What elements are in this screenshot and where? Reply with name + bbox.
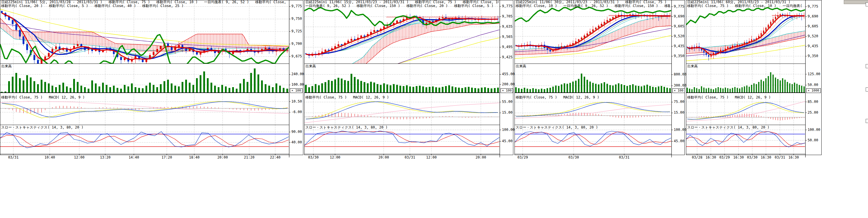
price-axis-label: 9,775 [674, 5, 684, 8]
macd-pane-title: 移動平均( Close, 75 ) MACD( 12, 26, 9 ) [687, 96, 771, 99]
stoch-pane-title: スロー・ストキャスティクス( 14, 3, 80, 20 ) [1, 126, 84, 129]
price-axis-label: 9,350 [808, 54, 818, 58]
scale-badge: × 100 [500, 88, 513, 93]
volume-axis-label: 300.00 [674, 84, 686, 87]
trading-app-desktop: { "app": {"background": "#ffffff"}, "sha… [0, 0, 868, 218]
stoch-axis-label: 100.00 [502, 128, 515, 132]
chart-window-3: 日経225mini 11/06( 30分, 2011/03/23 - 2011/… [515, 0, 685, 160]
time-axis-label: 22:40 [268, 156, 282, 159]
panel-title-line2: 一目均衡表( 9, 26, 52 ) 移動平均( Close, 150 ) 移動… [305, 4, 498, 8]
window-fragment-top-right [844, 0, 868, 4]
time-axis-label: 16:30 [704, 156, 718, 159]
panel-title-line2: 移動平均( Close, 75 ) 移動平均( Close, 10 ) 一目均衡… [687, 4, 804, 8]
price-axis-label: 9,775 [808, 5, 818, 8]
chart-svg-panel-1[interactable] [0, 0, 303, 160]
volume-axis-label: 455.00 [502, 72, 515, 76]
price-axis-label: 9,520 [808, 34, 818, 38]
time-axis-label: 12:00 [328, 156, 342, 159]
price-axis-label: 9,435 [808, 44, 818, 48]
macd-pane-title: 移動平均( Close, 75 ) MACD( 12, 26, 9 ) [516, 96, 599, 99]
time-axis-label: 14:40 [127, 156, 141, 159]
time-axis-label: 10:40 [43, 156, 57, 159]
volume-axis-label: 125.00 [808, 72, 820, 76]
stoch-axis-label: 100.00 [808, 128, 820, 132]
time-axis-label: 16:30 [732, 156, 745, 159]
time-axis-label: 03/31 [773, 156, 787, 159]
time-axis-label: 03/30 [567, 156, 581, 159]
clipped-window-edge-mark [866, 87, 868, 92]
time-axis-label: 12:00 [72, 156, 86, 159]
chart-window-4: 日経225mini 11/06( 60分, 2011/03/23 - 2011/… [686, 0, 822, 160]
time-axis-label: 20:00 [474, 156, 488, 159]
volume-axis-label: 800.00 [674, 72, 686, 76]
volume-axis-label: 50.00 [808, 83, 818, 87]
time-axis-label: 03/30 [745, 156, 759, 159]
scale-badge: × 100 [290, 88, 303, 93]
macd-axis-label: 25.00 [808, 111, 818, 115]
stoch-axis-label: 90.00 [291, 130, 302, 134]
price-axis-label: 9,605 [808, 25, 818, 28]
chart-svg-panel-4[interactable] [686, 0, 822, 160]
price-axis-label: 9,725 [291, 29, 302, 33]
panel-title-line2: 移動平均( Close, 20 ) 移動平均( Close, 5 ) 移動平均(… [1, 4, 288, 8]
panel-title-line1: 日経225mini 11/06( 5分, 2011/03/28 - 2011/0… [1, 0, 288, 4]
price-axis-label: 9,635 [502, 25, 513, 29]
macd-axis-label: 85.00 [808, 100, 818, 104]
time-axis-label: 13:20 [98, 156, 112, 159]
macd-axis-label: 10.50 [291, 100, 302, 103]
clipped-window-edge-mark [866, 64, 868, 68]
clipped-window-edge-mark [866, 119, 868, 123]
chart-svg-panel-3[interactable] [515, 0, 685, 160]
price-axis-label: 9,520 [674, 34, 684, 38]
time-axis-label: 03/31 [617, 156, 631, 159]
macd-axis-label: -6.00 [291, 110, 302, 114]
time-axis-label: 12:00 [424, 156, 438, 159]
stoch-axis-label: 45.00 [502, 139, 513, 143]
panel-title-line1: 日経225mini 11/06( 60分, 2011/03/23 - 2011/… [687, 0, 804, 4]
price-axis-label: 9,350 [674, 54, 684, 58]
time-axis-label: 20:00 [377, 156, 391, 159]
time-axis-label: 03/31 [6, 156, 21, 159]
time-axis-label: 03/31 [403, 156, 417, 159]
volume-pane-title: 出来高 [1, 64, 12, 68]
panel-title-line1: 日経225mini 11/06( 15分, 2011/03/23 - 2011/… [305, 0, 498, 4]
chart-window-2: 日経225mini 11/06( 15分, 2011/03/23 - 2011/… [304, 0, 513, 160]
stoch-pane-title: スロー・ストキャスティクス( 14, 3, 80, 20 ) [516, 126, 598, 129]
clipped-window-edge-mark [866, 2, 868, 6]
time-axis-label: 03/29 [516, 156, 530, 159]
stoch-axis-label: 40.00 [291, 141, 302, 144]
macd-pane-title: 移動平均( Close, 75 ) MACD( 12, 26, 9 ) [305, 96, 389, 99]
price-axis-label: 9,690 [674, 14, 684, 18]
stoch-pane-title: スロー・ストキャスティクス( 14, 3, 80, 20 ) [305, 126, 388, 129]
panel-title-line2: 移動平均( Close, 10 ) 一目均衡表( 9, 26, 52 ) 移動平… [516, 4, 670, 8]
scale-badge: × 100 [672, 88, 685, 93]
volume-axis-label: 100.00 [291, 83, 304, 87]
macd-axis-label: 75.00 [674, 100, 684, 104]
price-axis-label: 9,495 [502, 45, 513, 49]
volume-pane-title: 出来高 [305, 64, 316, 68]
macd-axis-label: 55.00 [502, 100, 513, 104]
time-axis-label: 20:00 [216, 156, 229, 159]
price-axis-label: 9,690 [808, 14, 818, 18]
chart-window-1: 日経225mini 11/06( 5分, 2011/03/28 - 2011/0… [0, 0, 303, 160]
stoch-axis-label: 100.00 [674, 128, 686, 132]
scale-badge: × 1000 [806, 88, 821, 93]
time-axis-label: 16:30 [786, 156, 801, 159]
price-axis-label: 9,700 [291, 42, 302, 46]
price-axis-label: 9,675 [291, 55, 302, 58]
time-axis-label: 03/28 [690, 156, 704, 159]
time-axis-label: 17:20 [160, 156, 174, 159]
volume-pane-title: 出来高 [687, 64, 698, 68]
chart-svg-panel-2[interactable] [304, 0, 513, 160]
price-axis-label: 9,750 [291, 17, 302, 21]
macd-axis-label: 15.00 [502, 111, 513, 115]
volume-pane-title: 出来高 [516, 64, 526, 68]
stoch-axis-label: 45.00 [674, 139, 684, 143]
macd-pane-title: 移動平均( Close, 75 ) MACD( 12, 26, 9 ) [1, 96, 85, 99]
stoch-pane-title: スロー・ストキャスティクス( 14, 3, 80, 20 ) [687, 126, 769, 129]
volume-axis-label: 200.00 [502, 83, 515, 86]
time-axis-label: 21:20 [242, 156, 256, 159]
price-axis-label: 9,605 [674, 25, 684, 28]
price-axis-label: 9,565 [502, 35, 513, 39]
price-axis-label: 9,775 [502, 4, 513, 8]
